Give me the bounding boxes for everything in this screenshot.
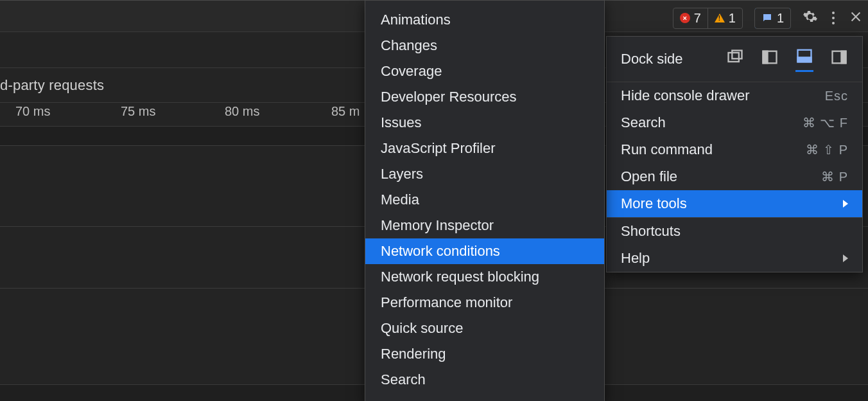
chat-icon	[761, 12, 773, 24]
more-menu-button[interactable]	[829, 12, 837, 24]
chevron-right-icon	[843, 254, 848, 262]
warnings-count: 1	[729, 11, 736, 26]
third-party-requests-label: d-party requests	[0, 77, 104, 94]
submenu-item-label: Search	[381, 371, 426, 388]
submenu-item-label: Animations	[381, 12, 451, 28]
dot-icon	[832, 22, 835, 24]
submenu-item-label: Changes	[381, 37, 437, 54]
menu-item-shortcut: ⌘ P	[821, 169, 848, 184]
submenu-item-label: Coverage	[381, 63, 442, 80]
timeline-tick: 80 ms	[225, 104, 259, 119]
dock-side-label: Dock side	[621, 51, 683, 67]
submenu-item-label: Layers	[381, 166, 423, 183]
dock-undock-button[interactable]	[726, 48, 744, 70]
menu-item-label: More tools	[621, 195, 687, 212]
undock-icon	[726, 48, 744, 66]
devtools-toolbar: × 7 1 1	[673, 5, 863, 31]
submenu-item-label: Media	[381, 192, 419, 208]
submenu-item-coverage[interactable]: Coverage	[365, 58, 604, 84]
messages-pill[interactable]: 1	[754, 8, 791, 29]
menu-item-run-command[interactable]: Run command ⌘ ⇧ P	[607, 136, 862, 163]
more-tools-submenu: AnimationsChangesCoverageDeveloper Resou…	[365, 0, 605, 401]
submenu-item-label: Rendering	[381, 346, 446, 362]
menu-item-label: Run command	[621, 141, 713, 158]
submenu-item-javascript-profiler[interactable]: JavaScript Profiler	[365, 136, 604, 161]
warning-icon	[715, 13, 725, 22]
close-devtools-button[interactable]	[849, 10, 863, 26]
warnings-pill[interactable]: 1	[707, 8, 742, 28]
settings-button[interactable]	[803, 9, 818, 27]
submenu-item-media[interactable]: Media	[365, 187, 604, 213]
submenu-item-network-conditions[interactable]: Network conditions	[365, 238, 604, 264]
submenu-item-label: Quick source	[381, 320, 463, 337]
menu-item-shortcut: Esc	[825, 89, 848, 103]
error-icon: ×	[680, 13, 690, 23]
devtools-main-menu: Dock side Hide console drawer Esc Search…	[606, 36, 863, 272]
svg-rect-3	[763, 51, 768, 64]
svg-rect-1	[732, 51, 742, 59]
submenu-item-search[interactable]: Search	[365, 367, 604, 393]
dock-side-row: Dock side	[607, 37, 862, 82]
messages-count: 1	[777, 11, 784, 26]
menu-item-more-tools[interactable]: More tools	[607, 190, 862, 217]
submenu-item-developer-resources[interactable]: Developer Resources	[365, 84, 604, 110]
errors-count: 7	[694, 11, 701, 26]
dock-left-icon	[761, 48, 779, 66]
menu-item-help[interactable]: Help	[607, 245, 862, 272]
menu-item-label: Search	[621, 114, 666, 131]
submenu-item-label: Performance monitor	[381, 294, 512, 311]
submenu-item-layers[interactable]: Layers	[365, 161, 604, 187]
menu-item-label: Shortcuts	[621, 223, 681, 240]
chevron-right-icon	[843, 200, 848, 208]
errors-pill[interactable]: × 7	[673, 8, 707, 28]
menu-item-shortcut: ⌘ ⌥ F	[803, 115, 848, 130]
submenu-item-label: Issues	[381, 114, 422, 131]
timeline-tick: 70 ms	[15, 104, 50, 119]
dock-right-button[interactable]	[830, 48, 848, 70]
svg-rect-7	[842, 51, 846, 64]
submenu-item-label: Network conditions	[381, 243, 500, 260]
dock-bottom-button[interactable]	[795, 47, 813, 72]
dock-left-button[interactable]	[761, 48, 779, 70]
submenu-item-animations[interactable]: Animations	[365, 7, 604, 33]
menu-item-shortcut: ⌘ ⇧ P	[806, 142, 848, 157]
gear-icon	[803, 9, 818, 24]
submenu-item-label: Developer Resources	[381, 89, 517, 105]
submenu-item-label: JavaScript Profiler	[381, 140, 496, 157]
close-icon	[849, 10, 863, 24]
menu-item-hide-console-drawer[interactable]: Hide console drawer Esc	[607, 82, 862, 109]
dock-bottom-icon	[795, 47, 813, 65]
menu-item-shortcuts[interactable]: Shortcuts	[607, 218, 862, 245]
submenu-item-quick-source[interactable]: Quick source	[365, 316, 604, 341]
timeline-tick: 75 ms	[121, 104, 155, 119]
submenu-item-memory-inspector[interactable]: Memory Inspector	[365, 213, 604, 238]
submenu-item-performance-monitor[interactable]: Performance monitor	[365, 290, 604, 316]
submenu-item-rendering[interactable]: Rendering	[365, 341, 604, 367]
dock-side-options	[726, 47, 848, 72]
menu-item-open-file[interactable]: Open file ⌘ P	[607, 163, 862, 190]
submenu-item-label: Memory Inspector	[381, 217, 494, 234]
submenu-item-label: Network request blocking	[381, 269, 539, 285]
issues-pillset: × 7 1	[673, 8, 743, 29]
menu-item-label: Hide console drawer	[621, 87, 750, 104]
menu-item-search[interactable]: Search ⌘ ⌥ F	[607, 109, 862, 136]
dock-right-icon	[830, 48, 848, 66]
svg-rect-5	[798, 57, 812, 62]
submenu-item-changes[interactable]: Changes	[365, 33, 604, 58]
submenu-item-issues[interactable]: Issues	[365, 110, 604, 136]
submenu-item-network-request-blocking[interactable]: Network request blocking	[365, 264, 604, 290]
dot-icon	[832, 12, 835, 14]
menu-item-label: Help	[621, 250, 650, 267]
menu-item-label: Open file	[621, 168, 677, 185]
svg-rect-0	[729, 53, 739, 62]
dot-icon	[832, 17, 835, 19]
messages-pillset: 1	[754, 8, 791, 29]
timeline-tick: 85 m	[331, 104, 360, 119]
